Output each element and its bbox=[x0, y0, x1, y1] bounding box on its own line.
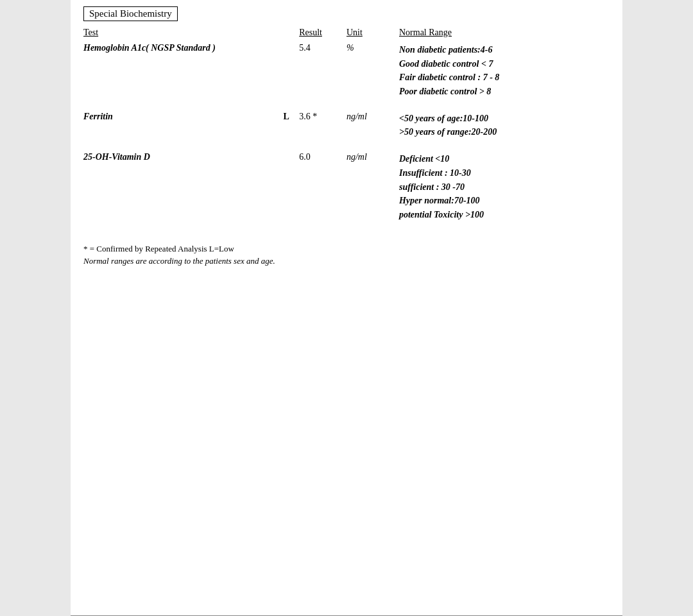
footnotes: * = Confirmed by Repeated Analysis L=Low… bbox=[83, 244, 610, 266]
cell-result: 5.4 bbox=[299, 40, 346, 101]
cell-test-name: Ferritin bbox=[83, 109, 284, 142]
header-normal-range: Normal Range bbox=[399, 28, 610, 40]
footnote-line1: * = Confirmed by Repeated Analysis L=Low bbox=[83, 244, 610, 254]
header-flag bbox=[284, 28, 300, 40]
cell-test-name: 25-OH-Vitamin D bbox=[83, 150, 284, 224]
cell-result: 3.6 * bbox=[299, 109, 346, 142]
cell-unit: % bbox=[346, 40, 399, 101]
cell-flag bbox=[284, 150, 300, 224]
footnote-line2: Normal ranges are according to the patie… bbox=[83, 256, 610, 266]
table-row: Hemoglobin A1c( NGSP Standard )5.4%Non d… bbox=[83, 40, 610, 101]
header-test: Test bbox=[83, 28, 284, 40]
cell-unit: ng/ml bbox=[346, 150, 399, 224]
cell-flag bbox=[284, 40, 300, 101]
section-title: Special Biochemistry bbox=[83, 6, 178, 21]
cell-result: 6.0 bbox=[299, 150, 346, 224]
spacer-row bbox=[83, 142, 610, 150]
report-table: Test Result Unit Normal Range Hemoglobin… bbox=[83, 28, 610, 225]
cell-test-name: Hemoglobin A1c( NGSP Standard ) bbox=[83, 40, 284, 101]
cell-normal-range: Non diabetic patients:4-6Good diabetic c… bbox=[399, 40, 610, 101]
cell-unit: ng/ml bbox=[346, 109, 399, 142]
page-container: Special Biochemistry Test Result Unit No… bbox=[71, 0, 622, 616]
cell-flag: L bbox=[284, 109, 300, 142]
spacer-row bbox=[83, 101, 610, 109]
header-result: Result bbox=[299, 28, 346, 40]
table-row: FerritinL3.6 *ng/ml<50 years of age:10-1… bbox=[83, 109, 610, 142]
table-row: 25-OH-Vitamin D6.0ng/mlDeficient <10Insu… bbox=[83, 150, 610, 224]
header-unit: Unit bbox=[346, 28, 399, 40]
cell-normal-range: Deficient <10Insufficient : 10-30suffici… bbox=[399, 150, 610, 224]
cell-normal-range: <50 years of age:10-100>50 years of rang… bbox=[399, 109, 610, 142]
